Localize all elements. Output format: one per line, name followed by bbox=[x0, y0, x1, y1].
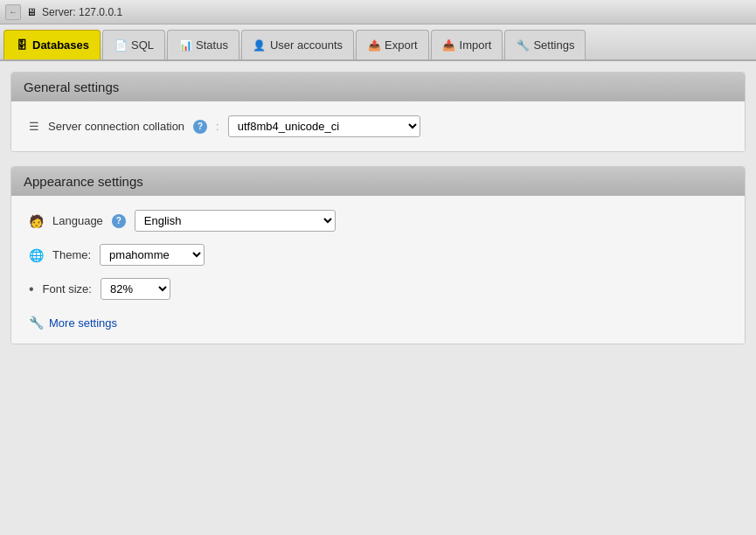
export-icon: 📤 bbox=[367, 38, 381, 52]
settings-icon: 🔧 bbox=[516, 38, 530, 52]
tab-user-accounts-label: User accounts bbox=[270, 38, 343, 52]
general-settings-section: General settings ☰ Server connection col… bbox=[10, 72, 746, 152]
tab-status[interactable]: 📊 Status bbox=[167, 30, 239, 59]
language-select[interactable]: English French German Spanish Italian bbox=[135, 210, 336, 232]
title-bar: ← 🖥 Server: 127.0.0.1 bbox=[0, 0, 756, 24]
fontsize-row: • Font size: 75% 82% 90% 100% 110% bbox=[29, 278, 727, 300]
theme-row: 🌐 Theme: pmahomme original metro bbox=[29, 244, 727, 266]
tab-user-accounts[interactable]: 👤 User accounts bbox=[241, 30, 354, 59]
fontsize-bullet: • bbox=[29, 281, 34, 297]
tab-settings[interactable]: 🔧 Settings bbox=[504, 30, 586, 59]
fontsize-label: Font size: bbox=[43, 282, 92, 295]
collation-label: Server connection collation bbox=[48, 120, 184, 133]
tab-sql[interactable]: 📄 SQL bbox=[102, 30, 165, 59]
language-label: Language bbox=[52, 214, 103, 227]
theme-select[interactable]: pmahomme original metro bbox=[100, 244, 205, 266]
theme-icon: 🌐 bbox=[29, 248, 44, 262]
tab-settings-label: Settings bbox=[533, 38, 574, 52]
fontsize-select[interactable]: 75% 82% 90% 100% 110% bbox=[101, 278, 170, 300]
tab-import[interactable]: 📥 Import bbox=[431, 30, 503, 59]
user-accounts-icon: 👤 bbox=[253, 38, 267, 52]
tab-databases-label: Databases bbox=[32, 38, 89, 52]
general-settings-header: General settings bbox=[11, 73, 745, 101]
back-button[interactable]: ← bbox=[5, 4, 21, 20]
appearance-settings-header: Appearance settings bbox=[11, 167, 745, 196]
collation-help-icon[interactable]: ? bbox=[193, 120, 207, 134]
tab-import-label: Import bbox=[460, 38, 492, 52]
more-settings-link[interactable]: 🔧 More settings bbox=[29, 316, 117, 330]
databases-icon: 🗄 bbox=[15, 38, 29, 52]
collation-icon: ☰ bbox=[29, 120, 39, 133]
appearance-settings-body: 🧑 Language ? English French German Spani… bbox=[11, 196, 745, 344]
collation-row: ☰ Server connection collation ? : utf8mb… bbox=[29, 115, 727, 137]
appearance-settings-section: Appearance settings 🧑 Language ? English… bbox=[10, 166, 746, 344]
more-settings-row: 🔧 More settings bbox=[29, 312, 727, 330]
tab-databases[interactable]: 🗄 Databases bbox=[3, 30, 101, 59]
theme-label: Theme: bbox=[52, 248, 91, 261]
general-settings-body: ☰ Server connection collation ? : utf8mb… bbox=[11, 101, 745, 151]
language-row: 🧑 Language ? English French German Spani… bbox=[29, 210, 727, 232]
tab-export-label: Export bbox=[385, 38, 418, 52]
language-icon: 🧑 bbox=[29, 214, 44, 228]
tab-bar: 🗄 Databases 📄 SQL 📊 Status 👤 User accoun… bbox=[0, 24, 756, 61]
import-icon: 📥 bbox=[442, 38, 456, 52]
sql-icon: 📄 bbox=[114, 38, 128, 52]
tab-status-label: Status bbox=[196, 38, 228, 52]
tab-sql-label: SQL bbox=[131, 38, 154, 52]
title-bar-text: Server: 127.0.0.1 bbox=[42, 6, 122, 18]
tab-export[interactable]: 📤 Export bbox=[356, 30, 429, 59]
collation-select[interactable]: utf8mb4_unicode_ci utf8_general_ci latin… bbox=[228, 115, 420, 137]
language-help-icon[interactable]: ? bbox=[112, 214, 126, 228]
main-content: General settings ☰ Server connection col… bbox=[0, 61, 756, 535]
status-icon: 📊 bbox=[178, 38, 192, 52]
more-settings-icon: 🔧 bbox=[29, 316, 44, 330]
